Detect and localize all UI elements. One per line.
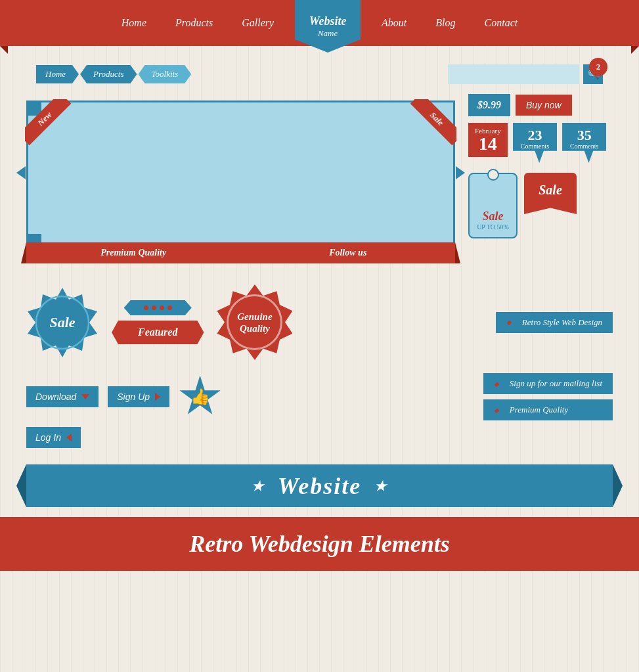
search-input[interactable] — [448, 64, 579, 84]
nav-ribbon: Home Products Gallery Website Name About… — [0, 0, 639, 46]
nav-items: Home Products Gallery Website Name About… — [0, 0, 639, 53]
download-button[interactable]: Download — [26, 386, 99, 407]
sale-badge-wrap: Sale — [26, 286, 99, 359]
dots-ribbon — [124, 300, 192, 315]
buy-button[interactable]: Buy now — [516, 95, 572, 116]
star-deco-right: ★ — [374, 478, 387, 494]
right-arrow-labels: Sign up for our mailing list Premium Qua… — [483, 373, 613, 420]
comment-row: 23 Comments 35 Comments — [513, 123, 607, 163]
login-row: Log In — [0, 427, 639, 455]
bc-toolkits[interactable]: Toolkits — [139, 65, 192, 83]
comment-bubble-2: 35 Comments — [562, 123, 606, 163]
hanger-sale-row: Sale UP TO 50% Sale — [468, 173, 613, 238]
nav-about[interactable]: About — [367, 17, 421, 29]
left-panel: New Sale Premium Quality Follow us — [26, 94, 455, 252]
buttons-row: Download Sign Up 👍 Sign up for our maili… — [0, 367, 639, 427]
nav-gallery[interactable]: Gallery — [227, 17, 288, 29]
chevron-right-icon — [155, 393, 160, 401]
starburst-text: Sale — [49, 314, 75, 331]
chevron-left-icon — [66, 434, 72, 441]
featured-ribbon: Featured — [112, 321, 204, 344]
genuine-seal: Genuine Quality — [217, 284, 292, 360]
dot-3 — [160, 305, 164, 310]
mailing-label: Sign up for our mailing list — [483, 373, 613, 394]
notification-badge: 2 — [589, 58, 607, 76]
comment-bubble-1: 23 Comments — [513, 123, 557, 163]
dot-4 — [167, 305, 172, 310]
logo-line2: Name — [318, 28, 338, 39]
dot-2 — [152, 305, 156, 310]
website-banner-text: ★ Website ★ — [252, 472, 387, 500]
ribbon-follow: Follow us — [241, 242, 456, 263]
login-button[interactable]: Log In — [26, 427, 81, 448]
hanger-sub-text: UP TO 50% — [477, 223, 509, 231]
dot-1 — [144, 305, 148, 310]
genuine-inner: Genuine Quality — [227, 294, 282, 350]
hanger-hole — [487, 169, 499, 181]
right-panel: $9.99 Buy now February 14 23 Comments 35… — [468, 94, 613, 252]
genuine-outer: Genuine Quality — [217, 284, 292, 360]
search-bar: 🔍 — [448, 64, 603, 84]
bc-home[interactable]: Home — [36, 65, 79, 83]
hanger-tag: Sale UP TO 50% — [468, 173, 518, 238]
nav-contact[interactable]: Contact — [470, 17, 533, 29]
nav-blog[interactable]: Blog — [421, 17, 470, 29]
nav-products[interactable]: Products — [161, 17, 227, 29]
bc-products[interactable]: Products — [80, 65, 137, 83]
star-deco-left: ★ — [252, 478, 265, 494]
ribbon-new: New — [25, 99, 77, 152]
featured-ribbon-wrap: Featured — [112, 300, 204, 344]
panel-prev[interactable] — [16, 166, 26, 179]
logo-line1: Website — [309, 14, 347, 28]
panel-next[interactable] — [456, 166, 465, 179]
price-tag: $9.99 — [468, 94, 510, 116]
price-row: $9.99 Buy now — [468, 94, 613, 116]
hanger-sale-text: Sale — [482, 210, 503, 223]
date-block: February 14 — [468, 123, 508, 157]
panel-content — [28, 102, 453, 234]
signup-button[interactable]: Sign Up — [108, 386, 169, 407]
chevron-down-icon — [81, 394, 89, 399]
arrow-labels: Retro Style Web Design — [496, 312, 613, 333]
nav-logo: Website Name — [295, 0, 361, 53]
ribbon-sale: Sale — [404, 99, 456, 152]
ribbon-premium: Premium Quality — [26, 242, 241, 263]
retro-style-label: Retro Style Web Design — [496, 312, 613, 333]
content-area: New Sale Premium Quality Follow us $9.99 — [0, 94, 639, 252]
elements-row: Sale Featured Genuine Quality — [0, 252, 639, 367]
date-comments-row: February 14 23 Comments 35 Comments — [468, 123, 613, 163]
sale-bookmark: Sale — [524, 173, 577, 214]
nav-home[interactable]: Home — [107, 17, 161, 29]
panel-bottom-ribbons: Premium Quality Follow us — [26, 242, 455, 263]
breadcrumb: Home Products Toolkits — [36, 65, 192, 83]
star-thumb-icon: 👍 — [179, 376, 221, 418]
footer-title: Retro Webdesign Elements — [26, 530, 613, 558]
website-banner: ★ Website ★ — [26, 464, 613, 507]
footer: Retro Webdesign Elements — [0, 517, 639, 571]
date-day: 14 — [475, 135, 501, 153]
premium-quality-label: Premium Quality — [483, 399, 613, 420]
breadcrumb-row: Home Products Toolkits 🔍 — [0, 53, 639, 91]
panel-box: New Sale — [26, 101, 455, 245]
